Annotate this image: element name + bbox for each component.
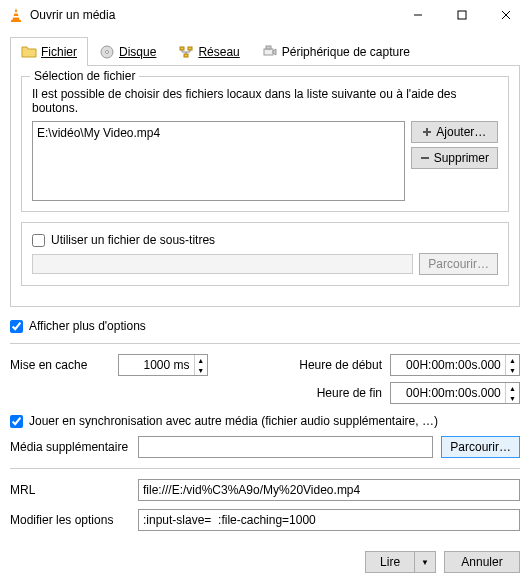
subtitle-group: Utiliser un fichier de sous-titres Parco… [21, 222, 509, 286]
file-selection-hint: Il est possible de choisir des fichiers … [32, 87, 498, 115]
edit-options-label: Modifier les options [10, 513, 130, 527]
tab-capture[interactable]: Périphérique de capture [251, 37, 421, 66]
tab-file[interactable]: Fichier [10, 37, 88, 66]
capture-icon [262, 44, 278, 60]
file-selection-group: Sélection de fichier Il est possible de … [21, 76, 509, 212]
svg-rect-10 [180, 47, 184, 50]
file-selection-legend: Sélection de fichier [30, 69, 139, 83]
file-list-item[interactable]: E:\vidéo\My Video.mp4 [37, 126, 400, 140]
window-title: Ouvrir un média [30, 8, 396, 22]
tab-capture-label: Périphérique de capture [282, 45, 410, 59]
extra-media-field[interactable] [138, 436, 433, 458]
tab-network[interactable]: Réseau [167, 37, 250, 66]
vlc-icon [8, 7, 24, 23]
svg-point-9 [106, 51, 109, 54]
maximize-button[interactable] [440, 1, 484, 29]
end-time-value[interactable] [391, 383, 505, 403]
mrl-label: MRL [10, 483, 130, 497]
titlebar: Ouvrir un média [0, 0, 530, 30]
tab-bar: Fichier Disque Réseau Périphérique de ca… [10, 36, 520, 66]
cache-value[interactable] [119, 355, 194, 375]
end-time-spinner[interactable]: ▲▼ [390, 382, 520, 404]
svg-rect-2 [14, 12, 19, 14]
subtitle-browse-button[interactable]: Parcourir… [419, 253, 498, 275]
add-button[interactable]: Ajouter… [411, 121, 498, 143]
tab-network-label: Réseau [198, 45, 239, 59]
tab-panel: Sélection de fichier Il est possible de … [10, 66, 520, 307]
play-split-button[interactable]: Lire ▼ [365, 551, 436, 573]
file-folder-icon [21, 44, 37, 60]
spinner-arrows[interactable]: ▲▼ [505, 383, 519, 403]
svg-rect-3 [13, 16, 19, 18]
svg-rect-13 [264, 49, 273, 55]
minimize-button[interactable] [396, 1, 440, 29]
spinner-arrows[interactable]: ▲▼ [505, 355, 519, 375]
svg-rect-12 [184, 54, 188, 57]
use-subtitle-label: Utiliser un fichier de sous-titres [51, 233, 215, 247]
remove-button-label: Supprimer [434, 151, 489, 165]
svg-rect-14 [266, 46, 271, 49]
mrl-field[interactable] [138, 479, 520, 501]
spinner-arrows[interactable]: ▲▼ [194, 355, 207, 375]
use-subtitle-checkbox[interactable] [32, 234, 45, 247]
svg-rect-11 [188, 47, 192, 50]
plus-icon [422, 127, 432, 137]
separator [10, 468, 520, 469]
play-button-label[interactable]: Lire [365, 551, 415, 573]
dialog-footer: Lire ▼ Annuler [0, 541, 530, 583]
start-time-spinner[interactable]: ▲▼ [390, 354, 520, 376]
start-time-value[interactable] [391, 355, 505, 375]
tab-disc-label: Disque [119, 45, 156, 59]
separator [10, 343, 520, 344]
tab-disc[interactable]: Disque [88, 37, 167, 66]
file-list[interactable]: E:\vidéo\My Video.mp4 [32, 121, 405, 201]
add-button-label: Ajouter… [436, 125, 486, 139]
end-time-label: Heure de fin [292, 386, 382, 400]
cache-label: Mise en cache [10, 358, 110, 372]
show-more-checkbox[interactable] [10, 320, 23, 333]
disc-icon [99, 44, 115, 60]
tab-file-label: Fichier [41, 45, 77, 59]
close-button[interactable] [484, 1, 528, 29]
extra-media-label: Média supplémentaire [10, 440, 130, 454]
start-time-label: Heure de début [292, 358, 382, 372]
svg-rect-5 [458, 11, 466, 19]
svg-marker-0 [12, 8, 20, 21]
sync-checkbox[interactable] [10, 415, 23, 428]
remove-button[interactable]: Supprimer [411, 147, 498, 169]
show-more-label: Afficher plus d'options [29, 319, 146, 333]
play-dropdown-arrow[interactable]: ▼ [415, 551, 436, 573]
subtitle-path-field [32, 254, 413, 274]
svg-rect-1 [11, 20, 21, 22]
extra-browse-button[interactable]: Parcourir… [441, 436, 520, 458]
minus-icon [420, 153, 430, 163]
edit-options-field[interactable] [138, 509, 520, 531]
cache-spinner[interactable]: ▲▼ [118, 354, 208, 376]
network-icon [178, 44, 194, 60]
sync-label: Jouer en synchronisation avec autre médi… [29, 414, 438, 428]
cancel-button[interactable]: Annuler [444, 551, 520, 573]
